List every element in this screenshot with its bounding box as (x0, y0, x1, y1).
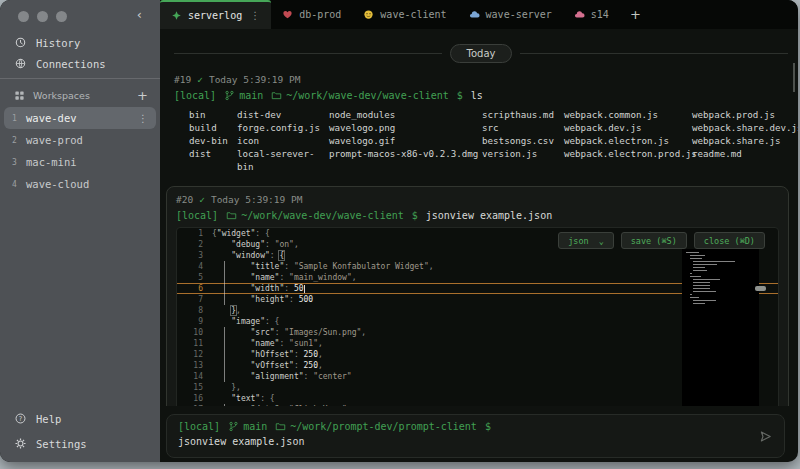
minimap-line (693, 303, 705, 304)
prompt-cwd: ~/work/wave-dev/wave-client (241, 210, 404, 221)
ls-file: wavelogo.png (329, 121, 482, 134)
ls-file: icon (237, 134, 329, 147)
ls-file: webpack.prod.js (692, 108, 798, 121)
minimize-window-button[interactable] (37, 11, 48, 22)
prompt-symbol: $ (485, 421, 491, 432)
heart-icon (282, 9, 293, 20)
zoom-window-button[interactable] (56, 11, 67, 22)
sidebar-item-history[interactable]: History (14, 32, 152, 53)
tab-serverlog[interactable]: serverlog⋮ (160, 0, 271, 29)
command-input-box[interactable]: [local] main ~/work/prompt-dev/prompt-cl… (166, 414, 785, 458)
ls-file: version.js (482, 147, 564, 173)
workspace-label: wave-dev (26, 112, 138, 124)
tab-db-prod[interactable]: db-prod (271, 0, 352, 29)
tab-label: wave-client (380, 9, 446, 20)
ls-file: webpack.electron.js (564, 134, 692, 147)
folder-icon (226, 210, 237, 221)
workspace-item-wave-prod[interactable]: 2wave-prod (4, 129, 156, 151)
workspaces-label: Workspaces (33, 90, 129, 101)
workspace-label: mac-mini (26, 156, 148, 168)
workspace-item-wave-cloud[interactable]: 4wave-cloud (4, 173, 156, 195)
kebab-menu-icon[interactable]: ⋮ (138, 113, 148, 124)
sidebar-collapse-button[interactable]: ‹ (137, 7, 142, 22)
tab-label: s14 (591, 9, 609, 20)
sidebar-item-help[interactable]: ? Help (14, 406, 152, 431)
sidebar-item-label: History (36, 37, 80, 49)
add-workspace-button[interactable]: + (137, 89, 148, 102)
sidebar: ‹ History Connections Workspaces + 1wave… (0, 0, 160, 462)
save-button[interactable]: save (⌘S) (621, 232, 687, 249)
new-tab-button[interactable]: + (620, 0, 651, 29)
ls-file: src (482, 121, 564, 134)
sidebar-item-label: Connections (36, 58, 106, 70)
line-number: 15 (177, 382, 212, 393)
ls-file: webpack.share.js (692, 134, 798, 147)
help-icon: ? (14, 412, 27, 425)
mode-select[interactable]: json ⌄ (558, 232, 614, 249)
ls-file: node_modules (329, 108, 482, 121)
sidebar-nav: History Connections (14, 32, 152, 74)
workspaces-header: Workspaces + (14, 89, 148, 102)
svg-text:?: ? (19, 415, 22, 423)
indent-guide (224, 261, 225, 305)
close-button[interactable]: close (⌘D) (694, 232, 765, 249)
divider-line (520, 53, 788, 54)
minimap-line (693, 267, 705, 268)
traffic-lights (18, 11, 67, 22)
tab-s14[interactable]: s14 (563, 0, 620, 29)
sidebar-item-label: Help (36, 413, 61, 425)
sidebar-item-settings[interactable]: Settings (14, 431, 152, 456)
ls-output: bindist-devnode_modulesscripthaus.mdwebp… (189, 108, 798, 173)
today-pill: Today (450, 44, 513, 63)
ls-file: webpack.common.js (564, 108, 692, 121)
command-input-value[interactable]: jsonview example.json (178, 436, 750, 447)
minimap-line (686, 252, 699, 253)
git-branch-icon (228, 421, 239, 432)
line-number: 3 (177, 250, 212, 261)
command-text: jsonview example.json (426, 210, 552, 221)
workspace-item-wave-dev[interactable]: 1wave-dev⋮ (4, 107, 156, 129)
workspace-item-mac-mini[interactable]: 3mac-mini (4, 151, 156, 173)
tab-wave-client[interactable]: wave-client (352, 0, 457, 29)
workspace-label: wave-cloud (26, 178, 148, 190)
workspaces-list: 1wave-dev⋮2wave-prod3mac-mini4wave-cloud (4, 107, 156, 195)
prompt-branch: main (243, 421, 267, 432)
line-number: 8 (177, 305, 212, 316)
minimap-line (693, 264, 717, 265)
send-icon[interactable] (758, 429, 773, 444)
ls-file: webpack.share.dev.js (692, 121, 798, 134)
ls-file: local-serever-bin (237, 147, 329, 173)
editor-scrollbar-handle[interactable] (755, 286, 766, 291)
command-block-20[interactable]: #20 ✓ Today 5:39:19 PM [local] ~/work/wa… (166, 186, 789, 406)
workspace-number: 4 (12, 180, 26, 189)
main-area: serverlog⋮db-prodwave-clientwave-servers… (160, 0, 798, 462)
minimap-line (693, 300, 716, 301)
ls-file: wavelogo.gif (329, 134, 482, 147)
command-19-prompt: [local] main ~/work/wave-dev/wave-client… (174, 90, 798, 101)
workspace-number: 1 (12, 114, 26, 123)
json-editor[interactable]: json ⌄ save (⌘S) close (⌘D) 1{"widget": … (176, 227, 779, 406)
ls-file: webpack.electron.prod.js (564, 147, 692, 173)
app-window: ‹ History Connections Workspaces + 1wave… (0, 0, 798, 462)
command-block-19[interactable]: #19 ✓ Today 5:39:19 PM [local] main ~/wo… (174, 74, 798, 173)
minimap[interactable] (682, 249, 759, 406)
minimap-line (693, 285, 710, 286)
ls-file: forge.config.js (237, 121, 329, 134)
screen: ‹ History Connections Workspaces + 1wave… (0, 0, 800, 469)
tab-menu-icon[interactable]: ⋮ (250, 10, 260, 21)
scrollbar[interactable] (793, 63, 795, 92)
divider-line (174, 53, 442, 54)
history-icon (14, 36, 27, 49)
line-number: 9 (177, 316, 212, 327)
tab-wave-server[interactable]: wave-server (458, 0, 563, 29)
workspace-number: 3 (12, 158, 26, 167)
date-divider: Today (174, 44, 788, 63)
ls-file: webpack.dev.js (564, 121, 692, 134)
minimap-line (693, 270, 707, 271)
close-window-button[interactable] (18, 11, 29, 22)
editor-toolbar: json ⌄ save (⌘S) close (⌘D) (558, 232, 765, 249)
sidebar-item-label: Settings (36, 438, 87, 450)
sidebar-footer: ? Help Settings (14, 406, 152, 456)
mode-select-value: json (568, 236, 588, 246)
sidebar-item-connections[interactable]: Connections (14, 53, 152, 74)
